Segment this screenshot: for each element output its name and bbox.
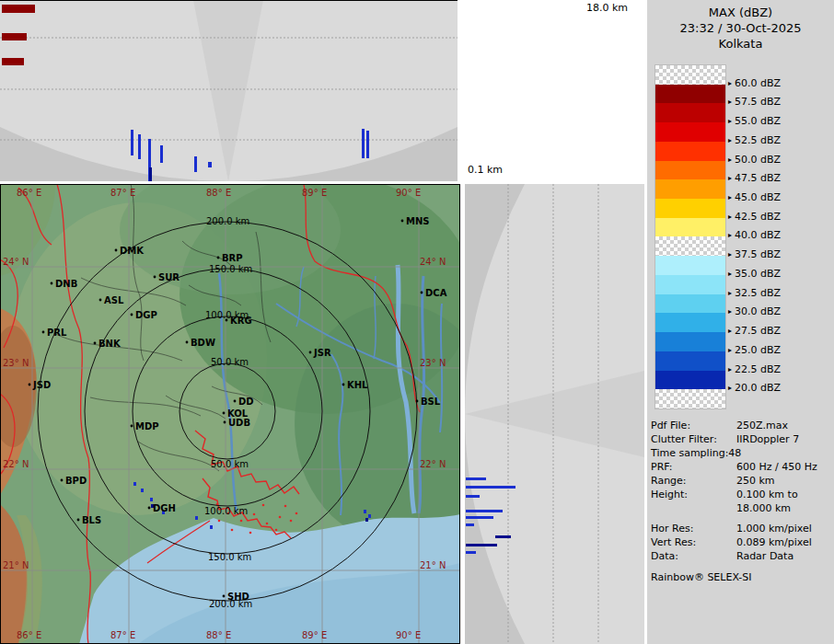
station-label: ASL bbox=[104, 295, 124, 305]
metadata-row: Data:Radar Data bbox=[647, 550, 834, 564]
station-dot bbox=[77, 519, 80, 522]
station-dot bbox=[309, 351, 312, 354]
tick-arrow-icon: ▸ bbox=[728, 77, 732, 90]
scale-segment bbox=[655, 161, 725, 180]
station-dot bbox=[342, 384, 345, 386]
tick-arrow-icon: ▸ bbox=[728, 115, 732, 128]
station-dot bbox=[217, 257, 220, 259]
scale-segment bbox=[655, 65, 725, 85]
station-label: BNK bbox=[98, 339, 122, 349]
metadata-value: IIRDoppler 7 bbox=[736, 433, 799, 445]
station-dot bbox=[416, 400, 419, 403]
metadata-value: 0.100 km to bbox=[736, 489, 798, 500]
station-dot bbox=[154, 276, 156, 279]
lon-label: 88° E bbox=[206, 630, 231, 640]
metadata-value: 250Z.max bbox=[736, 420, 788, 431]
station-dot bbox=[224, 421, 226, 424]
metadata-row: 18.000 km bbox=[647, 502, 834, 516]
lon-label: 86° E bbox=[17, 188, 41, 198]
lon-label: 86° E bbox=[17, 630, 41, 640]
station-dot bbox=[61, 479, 64, 482]
station-label: BRP bbox=[222, 253, 243, 263]
range-ring-label: 50.0 km bbox=[211, 357, 249, 367]
metadata-label: Data: bbox=[651, 550, 678, 562]
tick-arrow-icon: ▸ bbox=[728, 344, 732, 357]
tick-arrow-icon: ▸ bbox=[728, 229, 732, 242]
cross-section-top-panel bbox=[0, 0, 458, 182]
scale-tick-label: ▸47.5 dBZ bbox=[728, 172, 781, 186]
tick-arrow-icon: ▸ bbox=[728, 268, 732, 281]
metadata-value: 18.000 km bbox=[736, 502, 791, 514]
metadata-label: PRF: bbox=[651, 461, 672, 473]
lat-label: 23° N bbox=[3, 358, 29, 368]
height-axis-min-label: 0.1 km bbox=[468, 164, 503, 176]
metadata-label: Height: bbox=[651, 489, 688, 500]
scale-tick-label: ▸27.5 dBZ bbox=[728, 325, 781, 339]
scale-tick-label: ▸22.5 dBZ bbox=[728, 363, 781, 377]
lon-label: 87° E bbox=[110, 188, 135, 198]
scale-segment bbox=[655, 371, 725, 390]
station-label: MNS bbox=[406, 216, 430, 226]
station-dot bbox=[223, 412, 226, 415]
info-panel: MAX (dBZ) 23:32 / 30-Oct-2025 Kolkata ▸6… bbox=[647, 0, 834, 644]
height-axis-max-label: 18.0 km bbox=[586, 2, 628, 14]
station-label: DNB bbox=[55, 279, 77, 289]
radar-display: 86° E86° E87° E87° E88° E88° E89° E89° E… bbox=[0, 0, 647, 644]
cross-section-side-panel bbox=[465, 184, 644, 644]
metadata-label: Pdf File: bbox=[651, 420, 690, 431]
station-label: UDB bbox=[228, 418, 250, 428]
lat-label: 21° N bbox=[420, 560, 446, 570]
scale-segment bbox=[655, 313, 725, 332]
lon-label: 87° E bbox=[110, 630, 135, 640]
station-dot bbox=[401, 220, 404, 223]
tick-arrow-icon: ▸ bbox=[728, 154, 732, 167]
scale-tick-label: ▸45.0 dBZ bbox=[728, 191, 781, 205]
station-dot bbox=[99, 299, 102, 302]
station-label: DMK bbox=[120, 246, 145, 256]
software-credit: Rainbow® SELEX-SI bbox=[651, 571, 752, 583]
metadata-label: Vert Res: bbox=[651, 536, 696, 548]
scale-segment bbox=[655, 236, 725, 256]
lon-label: 90° E bbox=[396, 188, 421, 198]
product-metadata: Pdf File:250Z.maxClutter Filter:IIRDoppl… bbox=[647, 420, 834, 564]
station-label: BPD bbox=[65, 476, 87, 486]
scale-segment bbox=[655, 85, 725, 104]
metadata-label: Time sampling:48 bbox=[651, 447, 741, 459]
station-dot bbox=[42, 331, 45, 334]
scale-segment bbox=[655, 103, 725, 122]
tick-arrow-icon: ▸ bbox=[728, 305, 732, 318]
station-label: DGH bbox=[153, 503, 176, 513]
station-dot bbox=[115, 249, 118, 252]
radar-station-name: Kolkata bbox=[647, 36, 834, 52]
station-dot bbox=[51, 282, 53, 285]
tick-arrow-icon: ▸ bbox=[728, 382, 732, 395]
station-label: BDW bbox=[191, 338, 215, 348]
scale-tick-label: ▸25.0 dBZ bbox=[728, 344, 781, 358]
scale-segment bbox=[655, 294, 725, 314]
station-dot bbox=[223, 595, 226, 598]
panel-header: MAX (dBZ) 23:32 / 30-Oct-2025 Kolkata bbox=[647, 0, 834, 52]
station-dot bbox=[234, 400, 237, 403]
tick-arrow-icon: ▸ bbox=[728, 287, 732, 300]
metadata-row: Height:0.100 km to bbox=[647, 489, 834, 502]
station-label: DCA bbox=[425, 288, 447, 298]
range-ring-label: 150.0 km bbox=[209, 264, 252, 274]
scale-tick-label: ▸50.0 dBZ bbox=[728, 154, 781, 167]
metadata-row: Range:250 km bbox=[647, 475, 834, 489]
scale-segment bbox=[655, 199, 725, 218]
metadata-value: 1.000 km/pixel bbox=[736, 523, 812, 535]
range-ring-label: 200.0 km bbox=[206, 216, 249, 226]
metadata-row: Hor Res:1.000 km/pixel bbox=[647, 523, 834, 536]
lat-label: 24° N bbox=[420, 257, 446, 267]
metadata-value: 250 km bbox=[736, 475, 775, 487]
scale-tick-label: ▸60.0 dBZ bbox=[728, 77, 781, 91]
metadata-row: Vert Res:0.089 km/pixel bbox=[647, 536, 834, 550]
metadata-label: Range: bbox=[651, 475, 687, 487]
scale-tick-label: ▸20.0 dBZ bbox=[728, 382, 781, 396]
lon-label: 90° E bbox=[396, 630, 421, 640]
station-label: KHL bbox=[347, 380, 368, 390]
tick-arrow-icon: ▸ bbox=[728, 172, 732, 185]
scale-segment bbox=[655, 256, 725, 275]
scale-tick-label: ▸30.0 dBZ bbox=[728, 305, 781, 319]
station-dot bbox=[29, 384, 31, 386]
